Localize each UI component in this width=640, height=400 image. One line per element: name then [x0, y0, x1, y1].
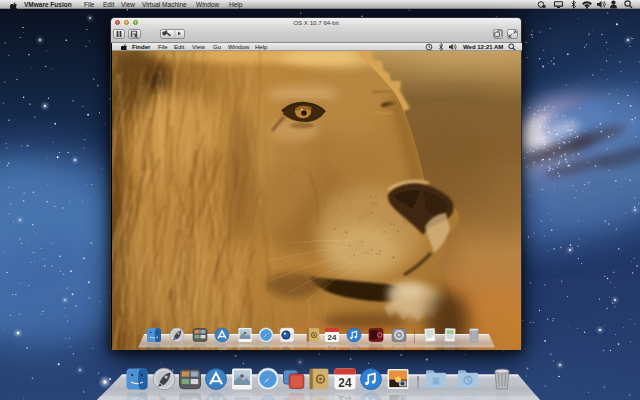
svg-text:24: 24 — [338, 375, 352, 389]
svg-text:24: 24 — [328, 333, 337, 342]
